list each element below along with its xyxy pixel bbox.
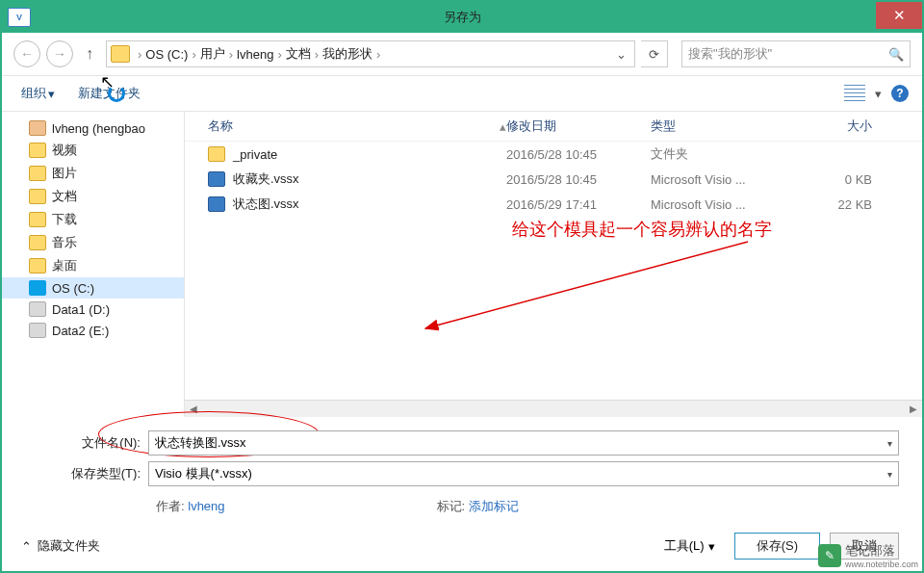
savetype-select[interactable]: Visio 模具(*.vssx) ▾ — [148, 461, 899, 486]
file-name: _private — [233, 147, 277, 162]
sidebar-item[interactable]: OS (C:) — [2, 277, 184, 299]
author-value[interactable]: lvheng — [188, 499, 224, 513]
sidebar-item[interactable]: lvheng (hengbao — [2, 117, 184, 139]
search-icon: 🔍 — [888, 47, 904, 62]
sidebar-item[interactable]: 视频 — [2, 139, 184, 162]
toolbar: 组织 ▾ 新建文件夹 ▾ ? — [2, 75, 922, 112]
nav-row: ← → ↑ › OS (C:) › 用户 › lvheng › 文档 › 我的形… — [2, 33, 922, 75]
hide-folders-label: 隐藏文件夹 — [38, 537, 100, 555]
up-button[interactable]: ↑ — [79, 41, 100, 66]
sort-asc-icon: ▴ — [500, 119, 506, 134]
breadcrumb-segment[interactable]: 用户 — [200, 45, 225, 63]
chevron-down-icon[interactable]: ▾ — [887, 469, 892, 480]
breadcrumb-dropdown[interactable]: ⌄ — [612, 47, 630, 62]
breadcrumb-segment[interactable]: OS (C:) — [145, 47, 188, 62]
filename-input[interactable]: 状态转换图.vssx ▾ — [148, 430, 899, 456]
organize-button[interactable]: 组织 ▾ — [15, 82, 61, 105]
chevron-down-icon: ▾ — [708, 539, 715, 554]
organize-label: 组织 — [21, 85, 46, 102]
up-icon: ↑ — [86, 45, 93, 63]
scroll-left-icon[interactable]: ◀ — [185, 401, 202, 418]
collapse-icon: ⌃ — [21, 539, 32, 554]
file-size: 0 KB — [795, 172, 872, 187]
sidebar-item-label: 下载 — [52, 211, 77, 228]
refresh-button[interactable]: ⟳ — [641, 40, 668, 67]
column-header-name[interactable]: 名称▴ — [208, 117, 506, 135]
column-header-date[interactable]: 修改日期 — [506, 117, 651, 135]
new-folder-button[interactable]: 新建文件夹 — [72, 82, 146, 105]
forward-button[interactable]: → — [46, 40, 73, 67]
scroll-right-icon[interactable]: ▶ — [905, 401, 922, 418]
help-button[interactable]: ? — [891, 85, 909, 102]
sidebar-item[interactable]: 桌面 — [2, 254, 184, 277]
watermark-icon: ✎ — [818, 544, 841, 567]
column-header-type[interactable]: 类型 — [651, 117, 795, 135]
sidebar: lvheng (hengbao视频图片文档下载音乐桌面OS (C:)Data1 … — [2, 112, 185, 417]
breadcrumb-segment[interactable]: 我的形状 — [322, 45, 372, 63]
file-row[interactable]: _private2016/5/28 10:45文件夹 — [185, 142, 922, 167]
watermark-text: 笔记部落 — [845, 542, 918, 560]
sidebar-item[interactable]: 文档 — [2, 185, 184, 208]
tools-label: 工具(L) — [664, 537, 705, 555]
chevron-right-icon: › — [315, 47, 319, 62]
watermark: ✎ 笔记部落 www.notetribe.com — [818, 542, 918, 569]
sidebar-item[interactable]: 音乐 — [2, 231, 184, 254]
chevron-down-icon: ▾ — [875, 87, 882, 101]
chevron-down-icon[interactable]: ▾ — [887, 438, 892, 449]
chevron-right-icon: › — [138, 47, 141, 62]
folder-icon — [29, 235, 46, 250]
sidebar-item-label: 视频 — [52, 142, 77, 159]
savetype-label: 保存类型(T): — [60, 465, 148, 482]
tools-menu[interactable]: 工具(L) ▾ — [654, 534, 725, 559]
sidebar-item-label: 桌面 — [52, 257, 77, 274]
breadcrumb-segment[interactable]: 文档 — [286, 45, 311, 63]
savetype-value: Visio 模具(*.vssx) — [155, 465, 252, 482]
sidebar-item-label: Data2 (E:) — [52, 324, 109, 338]
column-headers: 名称▴ 修改日期 类型 大小 — [185, 112, 922, 142]
sidebar-item-label: Data1 (D:) — [52, 302, 110, 317]
horizontal-scrollbar[interactable]: ◀ ▶ — [185, 400, 922, 417]
folder-icon — [29, 166, 46, 181]
sidebar-item[interactable]: 下载 — [2, 208, 184, 231]
view-options-button[interactable] — [844, 85, 865, 102]
sidebar-item-label: lvheng (hengbao — [52, 121, 145, 136]
vssx-icon — [208, 171, 225, 187]
file-name: 收藏夹.vssx — [233, 170, 299, 188]
watermark-url: www.notetribe.com — [845, 560, 918, 569]
forward-icon: → — [53, 46, 66, 62]
file-type: Microsoft Visio ... — [651, 172, 795, 187]
sidebar-item[interactable]: 图片 — [2, 162, 184, 185]
folder-icon — [29, 212, 46, 227]
chevron-right-icon: › — [192, 47, 195, 62]
folder-icon — [29, 189, 46, 204]
search-input[interactable]: 搜索"我的形状" 🔍 — [681, 40, 911, 67]
breadcrumb-segment[interactable]: lvheng — [237, 47, 273, 62]
refresh-icon: ⟳ — [649, 47, 659, 62]
back-icon: ← — [20, 46, 34, 62]
hide-folders-toggle[interactable]: ⌃ 隐藏文件夹 — [21, 537, 100, 555]
save-button[interactable]: 保存(S) — [734, 533, 820, 560]
folder-icon — [111, 45, 130, 63]
file-type: 文件夹 — [651, 145, 795, 163]
tags-value[interactable]: 添加标记 — [469, 499, 519, 513]
column-header-size[interactable]: 大小 — [795, 117, 872, 135]
drive-icon — [29, 301, 46, 317]
file-date: 2016/5/28 10:45 — [506, 147, 651, 162]
file-date: 2016/5/28 10:45 — [506, 172, 651, 187]
author-label: 作者: — [156, 499, 185, 513]
sidebar-item-label: 音乐 — [52, 234, 77, 251]
sidebar-item[interactable]: Data1 (D:) — [2, 299, 184, 320]
sidebar-item[interactable]: Data2 (E:) — [2, 320, 184, 341]
titlebar: V 另存为 ✕ — [2, 2, 922, 33]
close-button[interactable]: ✕ — [876, 2, 922, 29]
breadcrumb[interactable]: › OS (C:) › 用户 › lvheng › 文档 › 我的形状 › ⌄ — [106, 40, 635, 67]
tags-label: 标记: — [437, 499, 466, 513]
chevron-right-icon: › — [229, 47, 233, 62]
file-row[interactable]: 状态图.vssx2016/5/29 17:41Microsoft Visio .… — [185, 192, 922, 217]
file-date: 2016/5/29 17:41 — [506, 197, 651, 212]
file-type: Microsoft Visio ... — [651, 197, 795, 212]
file-row[interactable]: 收藏夹.vssx2016/5/28 10:45Microsoft Visio .… — [185, 167, 922, 192]
back-button[interactable]: ← — [13, 40, 40, 67]
folder-icon — [29, 143, 46, 158]
app-icon: V — [8, 8, 31, 27]
